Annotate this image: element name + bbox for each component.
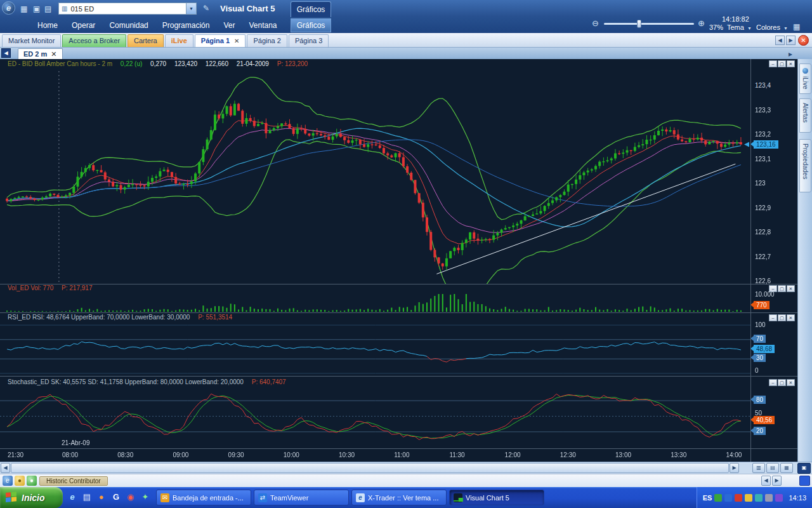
pane-restore-icon[interactable]: ▢ [778,314,786,321]
tab-close-icon[interactable]: ✕ [234,37,239,44]
time-axis[interactable]: 21:3008:0008:3009:0009:3010:0010:3011:00… [0,449,750,462]
ribbon-tab-graficos[interactable]: Gráficos [291,18,331,32]
messenger-icon[interactable]: ✦ [139,490,152,504]
online-status-icon[interactable]: ● [27,476,37,486]
symbol-combo[interactable]: ▥ 015 ED ▼ [58,3,197,15]
layout-grid2-icon[interactable]: ▦ [780,463,793,473]
task-bandeja[interactable]: ✉Bandeja de entrada -... [156,490,251,505]
pane-close-icon[interactable]: ✕ [787,285,795,292]
tab-pagina-1[interactable]: Página 1✕ [195,34,246,47]
table-icon[interactable]: ▦ [20,4,27,13]
antivirus-icon[interactable] [735,494,742,502]
pane-minimize-icon[interactable]: ‒ [769,314,777,321]
pane-restore-icon[interactable]: ▢ [778,285,786,292]
scroll-right-icon[interactable]: ▶ [730,463,739,473]
tab-cartera[interactable]: Cartera [128,34,164,47]
maximize-chart-icon[interactable]: ▣ [797,463,811,474]
main-chart-canvas[interactable] [0,70,750,284]
volume-p: P: 217,917 [62,284,92,291]
app-logo-icon[interactable]: e [2,1,15,15]
tab-ilive[interactable]: iLive [165,34,193,47]
rsi-p: P: 551,3514 [198,314,232,321]
language-indicator[interactable]: ES [703,494,712,502]
network-icon[interactable] [714,494,722,502]
zoom-slider-thumb[interactable] [637,20,641,28]
pane-divider[interactable] [0,284,797,284]
stoch-label: Stochastic_ED SK: 40,5575 SD: 41,1758 Up… [8,378,244,385]
scroll-left-icon[interactable]: ◀ [1,463,10,473]
media-player-icon[interactable]: ◉ [124,490,137,504]
colores-chevron-down-icon[interactable]: ▼ [783,24,788,33]
connection-globe-icon[interactable]: e [3,476,13,486]
gmail-icon[interactable]: G [110,490,122,504]
side-tab-alertas[interactable]: Alertas [799,98,811,133]
task-teamviewer[interactable]: ⇄TeamViewer [254,490,349,505]
pane-minimize-icon[interactable]: ‒ [769,60,777,67]
side-tab-propiedades[interactable]: Propiedades [799,139,811,192]
pane-restore-icon[interactable]: ▢ [778,60,786,67]
side-tab-ilive[interactable]: iLive [799,64,811,94]
menu-programacion[interactable]: Programación [155,18,217,32]
pane-divider[interactable] [0,312,797,313]
menu-comunidad[interactable]: Comunidad [102,18,155,32]
tema-dropdown[interactable]: Tema [727,23,744,31]
menu-ventana[interactable]: Ventana [242,18,284,32]
scheduler-icon[interactable] [775,494,783,502]
layout-single-icon[interactable]: ▥ [752,463,765,473]
status-scroll-right-icon[interactable]: ▶ [772,476,782,486]
feed-status-icon[interactable]: ● [15,476,25,486]
tabs-scroll-left-icon[interactable]: ◀ [775,36,785,45]
pane-divider[interactable] [0,376,797,377]
price-tick: 122,8 [755,229,771,236]
menu-operar[interactable]: Operar [65,18,102,32]
start-button[interactable]: Inicio [0,487,63,508]
pane-close-icon[interactable]: ✕ [787,60,795,67]
pane-restore-icon[interactable]: ▢ [778,379,786,386]
zoom-slider[interactable] [604,23,694,25]
tab-market-monitor[interactable]: Market Monitor [2,34,61,47]
menu-ver[interactable]: Ver [216,18,242,32]
scrollbar-thumb[interactable] [11,463,729,473]
chart-tabs-right-icon[interactable]: ▸ [789,50,792,58]
stoch-canvas[interactable] [0,387,750,449]
pin-icon[interactable]: ✎ [203,4,209,13]
status-scroll-left-icon[interactable]: ◀ [761,476,771,486]
volume-icon[interactable] [724,494,732,502]
time-tick: 12:30 [560,451,576,458]
tray-clock[interactable]: 14:13 [789,494,806,502]
display-icon[interactable] [765,494,773,502]
open-window-icon[interactable]: ▤ [44,4,51,13]
combo-dropdown-icon[interactable]: ▼ [186,3,196,14]
pane-minimize-icon[interactable]: ‒ [769,379,777,386]
tab-acceso-a-broker[interactable]: Acceso a Broker [62,34,126,47]
pane-close-icon[interactable]: ✕ [787,379,795,386]
task-xtrader[interactable]: eX-Trader :: Ver tema ... [351,490,447,505]
rsi-canvas[interactable] [0,322,750,376]
chart-tab-ed2m[interactable]: ED 2 m✕ [18,48,63,60]
tab-pagina-2[interactable]: Página 2 [247,34,287,47]
messenger-tray-icon[interactable] [755,494,763,502]
tema-chevron-down-icon[interactable]: ▼ [747,24,752,33]
task-visual-chart[interactable]: ▁▄Visual Chart 5 [449,490,544,505]
zoom-in-icon[interactable]: ⊕ [698,19,705,28]
tab-pagina-3[interactable]: Página 3 [289,34,329,47]
firefox-icon[interactable]: ● [95,490,108,504]
updates-icon[interactable] [745,494,752,502]
pane-close-icon[interactable]: ✕ [787,314,795,321]
window-title: Visual Chart 5 [220,4,275,13]
new-window-icon[interactable]: ▣ [33,4,40,13]
layout-grid-icon[interactable]: ▦ [793,22,800,31]
zoom-out-icon[interactable]: ⊖ [592,19,599,28]
chart-tab-close-icon[interactable]: ✕ [51,50,56,58]
chart-workspace[interactable]: ED - BID Boll Amber Can hours - 2 m 0,22… [0,59,797,462]
ie-icon[interactable]: e [66,490,79,504]
menu-home[interactable]: Home [30,18,65,32]
layout-split-icon[interactable]: ▤ [766,463,779,473]
ribbon-tab-graficos-top[interactable]: Gráficos [291,1,331,17]
close-page-button[interactable]: ✕ [798,35,809,46]
volume-canvas[interactable] [0,292,750,312]
colores-dropdown[interactable]: Colores [756,23,780,31]
tabs-scroll-right-icon[interactable]: ▶ [786,36,796,45]
chart-tabs-left-icon[interactable]: ◀ [1,48,11,58]
show-desktop-icon[interactable]: ▤ [81,490,93,504]
